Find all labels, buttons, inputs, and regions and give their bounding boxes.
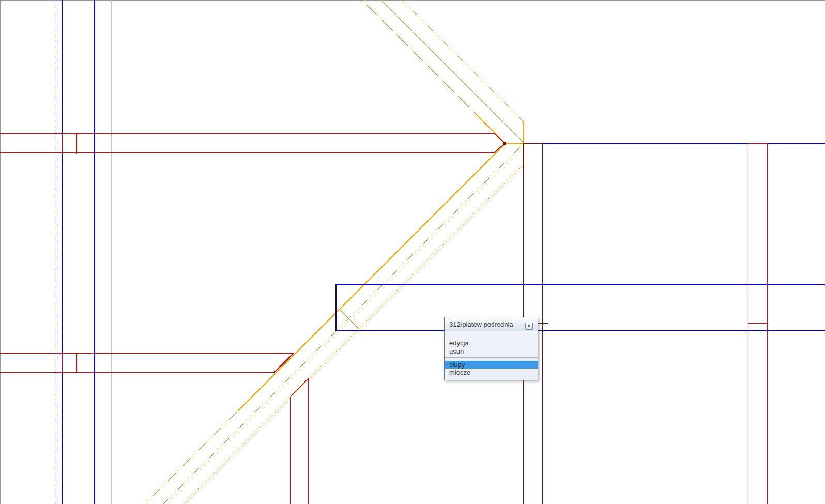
purlin-mid-cut[interactable] <box>275 354 294 372</box>
purlin-top-taper-2[interactable] <box>495 144 505 153</box>
rafter-joint-tick[interactable] <box>339 309 359 329</box>
menu-item-slupy[interactable]: słupy <box>445 361 538 369</box>
purlin-top-taper-1[interactable] <box>495 134 505 143</box>
close-icon: ✕ <box>527 324 531 329</box>
roof-framing-drawing <box>0 0 825 504</box>
menu-item-edycja[interactable]: edycja <box>445 339 538 347</box>
close-button[interactable]: ✕ <box>525 323 533 330</box>
menu-item-miecze[interactable]: miecze <box>445 369 538 377</box>
context-menu-titlebar[interactable]: 312/płatew pośrednia ✕ <box>445 317 538 331</box>
menu-separator <box>445 357 538 358</box>
menu-item-usun[interactable]: usuń <box>445 347 538 356</box>
post-mid-cut[interactable] <box>291 378 309 397</box>
cad-canvas[interactable]: 312/płatew pośrednia ✕ edycja usuń słupy… <box>0 0 825 504</box>
rafter-highlight-upper[interactable] <box>476 114 505 143</box>
rafter-upper-edge-3[interactable] <box>402 0 524 122</box>
rafter-upper-edge-2[interactable] <box>381 0 524 143</box>
context-menu-list: edycja usuń słupy miecze <box>445 331 538 377</box>
context-menu: 312/płatew pośrednia ✕ edycja usuń słupy… <box>444 317 538 380</box>
context-menu-title: 312/płatew pośrednia <box>449 320 513 328</box>
